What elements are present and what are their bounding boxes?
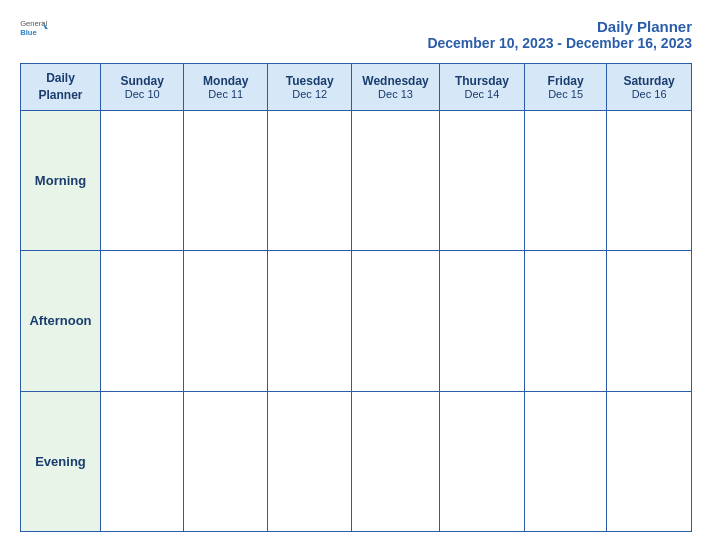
afternoon-friday[interactable] (525, 251, 607, 391)
header-wednesday: Wednesday Dec 13 (352, 64, 439, 111)
afternoon-sunday[interactable] (101, 251, 184, 391)
morning-sunday[interactable] (101, 110, 184, 250)
header-daily-planner: Daily Planner (21, 64, 101, 111)
header-thursday: Thursday Dec 14 (439, 64, 524, 111)
header-sunday: Sunday Dec 10 (101, 64, 184, 111)
morning-tuesday[interactable] (268, 110, 352, 250)
page-header: General Blue Daily Planner December 10, … (20, 18, 692, 51)
morning-label: Morning (21, 110, 101, 250)
afternoon-tuesday[interactable] (268, 251, 352, 391)
morning-row: Morning (21, 110, 692, 250)
header-monday: Monday Dec 11 (184, 64, 268, 111)
morning-monday[interactable] (184, 110, 268, 250)
evening-wednesday[interactable] (352, 391, 439, 531)
morning-wednesday[interactable] (352, 110, 439, 250)
evening-sunday[interactable] (101, 391, 184, 531)
planner-table: Daily Planner Sunday Dec 10 Monday Dec 1… (20, 63, 692, 532)
afternoon-monday[interactable] (184, 251, 268, 391)
header-tuesday: Tuesday Dec 12 (268, 64, 352, 111)
evening-saturday[interactable] (607, 391, 692, 531)
evening-tuesday[interactable] (268, 391, 352, 531)
title-block: Daily Planner December 10, 2023 - Decemb… (427, 18, 692, 51)
morning-friday[interactable] (525, 110, 607, 250)
evening-monday[interactable] (184, 391, 268, 531)
afternoon-label: Afternoon (21, 251, 101, 391)
morning-thursday[interactable] (439, 110, 524, 250)
afternoon-row: Afternoon (21, 251, 692, 391)
evening-thursday[interactable] (439, 391, 524, 531)
header-saturday: Saturday Dec 16 (607, 64, 692, 111)
header-daily-label: Daily (46, 71, 75, 85)
morning-saturday[interactable] (607, 110, 692, 250)
logo: General Blue (20, 18, 48, 37)
evening-friday[interactable] (525, 391, 607, 531)
header-friday: Friday Dec 15 (525, 64, 607, 111)
evening-row: Evening (21, 391, 692, 531)
evening-label: Evening (21, 391, 101, 531)
afternoon-saturday[interactable] (607, 251, 692, 391)
date-range: December 10, 2023 - December 16, 2023 (427, 35, 692, 51)
svg-text:Blue: Blue (20, 28, 37, 36)
planner-title: Daily Planner (427, 18, 692, 35)
header-planner-label: Planner (38, 88, 82, 102)
afternoon-thursday[interactable] (439, 251, 524, 391)
general-blue-logo-icon: General Blue (20, 18, 48, 36)
afternoon-wednesday[interactable] (352, 251, 439, 391)
